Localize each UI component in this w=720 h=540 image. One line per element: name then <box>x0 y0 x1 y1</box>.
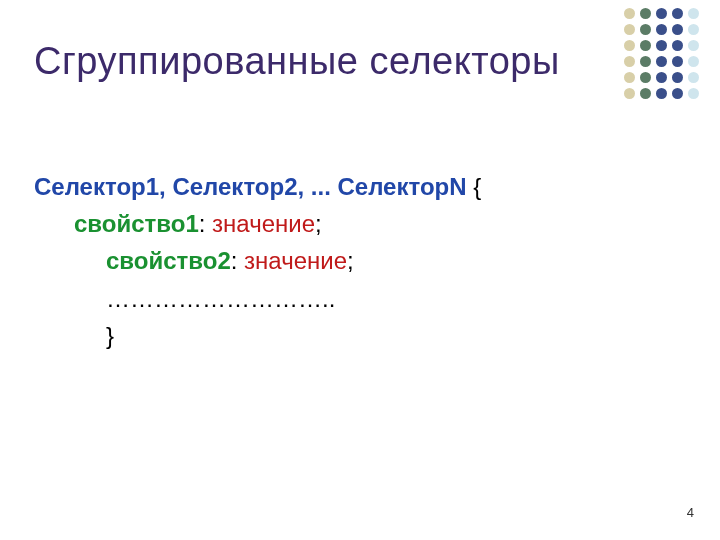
colon1: : <box>199 210 212 237</box>
prop2: свойство2 <box>106 247 231 274</box>
semi1: ; <box>315 210 322 237</box>
decorative-dot-grid <box>624 8 700 100</box>
val1: значение <box>212 210 315 237</box>
prop1: свойство1 <box>74 210 199 237</box>
ellipsis-line: ……………………….. <box>34 280 481 317</box>
prop2-line: свойство2: значение; <box>34 242 481 279</box>
page-number: 4 <box>687 505 694 520</box>
val2: значение <box>244 247 347 274</box>
syntax-block: Селектор1, Селектор2, ... СелекторN { св… <box>34 168 481 354</box>
prop1-line: свойство1: значение; <box>34 205 481 242</box>
selectors-line: Селектор1, Селектор2, ... СелекторN { <box>34 168 481 205</box>
open-brace: { <box>467 173 482 200</box>
close-brace: } <box>34 317 481 354</box>
colon2: : <box>231 247 244 274</box>
semi2: ; <box>347 247 354 274</box>
selectors-text: Селектор1, Селектор2, ... СелекторN <box>34 173 467 200</box>
slide-title: Сгруппированные селекторы <box>34 40 560 83</box>
